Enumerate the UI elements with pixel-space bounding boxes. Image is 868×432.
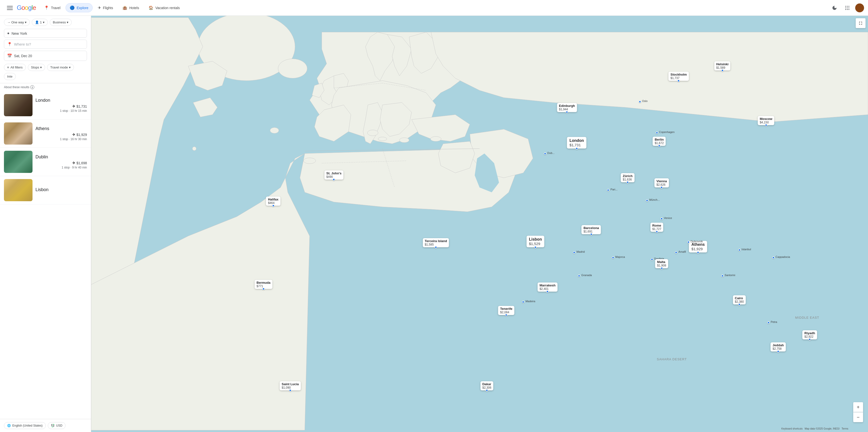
nav-tab-explore[interactable]: 🔵 Explore bbox=[65, 3, 92, 12]
map-dot-label-dublin: Dub... bbox=[547, 152, 554, 154]
zoom-out-button[interactable]: − bbox=[853, 412, 863, 422]
dark-mode-button[interactable] bbox=[830, 3, 839, 13]
map-label-london[interactable]: London$1,731 bbox=[567, 137, 586, 149]
map-label-city-st_johns: St. John's bbox=[327, 172, 342, 175]
map-label-price-zurich: $1,636 bbox=[623, 178, 632, 181]
class-button[interactable]: Business ▾ bbox=[50, 19, 72, 26]
map-label-rome[interactable]: Rome$1,727 bbox=[650, 223, 663, 232]
map-dot-venice[interactable]: Venice bbox=[660, 217, 663, 220]
map-label-stockholm[interactable]: Stockholm$1,737 bbox=[669, 72, 689, 81]
map-dot-petra[interactable]: Petra bbox=[767, 321, 770, 324]
nav-tab-travel[interactable]: 📍 Travel bbox=[40, 3, 65, 12]
map-label-helsinki[interactable]: Helsinki$1,589 bbox=[714, 61, 731, 70]
left-footer: 🌐 English (United States) 💱 USD bbox=[0, 419, 91, 432]
map-label-vienna[interactable]: Vienna$2,626 bbox=[654, 178, 669, 187]
map-label-terceira[interactable]: Terceira Island$1,585 bbox=[423, 238, 449, 247]
explore-icon: 🔵 bbox=[70, 5, 74, 10]
map-label-city-zurich: Zürich bbox=[623, 174, 632, 178]
map-label-dot-barcelona bbox=[590, 233, 592, 236]
to-location-icon: 📍 bbox=[7, 42, 12, 47]
nav-tab-vacation[interactable]: 🏠 Vacation rentals bbox=[144, 3, 184, 12]
map-label-riyadh[interactable]: Riyadh$2,922 bbox=[803, 330, 817, 339]
travel-mode-button[interactable]: Travel mode ▾ bbox=[47, 64, 74, 71]
map-label-cairo[interactable]: Cairo$2,380 bbox=[733, 295, 746, 304]
map-label-st_johns[interactable]: St. John's$490 bbox=[324, 171, 344, 180]
map-dot-dubrovnik[interactable]: Dubrovnik bbox=[687, 241, 690, 243]
stops-button[interactable]: Stops ▾ bbox=[28, 64, 45, 71]
nav-tab-flights[interactable]: ✈ Flights bbox=[94, 3, 117, 12]
map-area[interactable]: Helsinki$1,589Stockholm$1,737OsloEdinbur… bbox=[91, 16, 868, 432]
map-label-jeddah[interactable]: Jeddah$2,758 bbox=[771, 342, 786, 351]
language-button[interactable]: 🌐 English (United States) bbox=[4, 422, 46, 429]
map-label-city-riyadh: Riyadh bbox=[804, 331, 815, 335]
map-dot-santorini[interactable]: Santorini bbox=[721, 275, 724, 277]
map-dot-granada[interactable]: Granada bbox=[578, 275, 580, 277]
map-label-berlin[interactable]: Berlin$1,672 bbox=[653, 137, 666, 146]
fullscreen-button[interactable] bbox=[856, 18, 866, 28]
map-dot-madeira[interactable]: Madeira bbox=[522, 301, 524, 303]
passengers-button[interactable]: 👤 1 ▾ bbox=[32, 19, 48, 26]
nav-tab-hotels[interactable]: 🏨 Hotels bbox=[118, 3, 143, 12]
to-input-row[interactable]: 📍 Where to? bbox=[4, 40, 87, 49]
map-label-barcelona[interactable]: Barcelona$1,691 bbox=[582, 225, 601, 234]
currency-label: USD bbox=[56, 424, 62, 427]
map-dot-oslo[interactable]: Oslo bbox=[639, 100, 641, 103]
avatar[interactable] bbox=[855, 3, 864, 12]
map-dot-copenhagen[interactable]: Copenhagen bbox=[656, 131, 658, 134]
map-dot-istanbul[interactable]: Istanbul bbox=[738, 249, 741, 251]
dark-mode-icon bbox=[832, 5, 837, 10]
trip-type-button[interactable]: → One way ▾ bbox=[4, 19, 30, 26]
result-info-athens: Athens ✈ $1,929 1 stop · 16 hr 30 min bbox=[35, 126, 87, 141]
all-filters-button[interactable]: ≡ All filters bbox=[4, 64, 26, 71]
info-circle-icon: ℹ bbox=[30, 85, 34, 89]
svg-point-15 bbox=[270, 128, 279, 133]
map-label-city-terceira: Terceira Island bbox=[425, 239, 447, 243]
result-item-athens[interactable]: Athens ✈ $1,929 1 stop · 16 hr 30 min bbox=[0, 119, 91, 148]
map-dot-munich[interactable]: Münch... bbox=[646, 199, 648, 202]
map-dot-sardinia[interactable]: Sardinia bbox=[651, 258, 653, 260]
map-label-halifax[interactable]: Halifax$464 bbox=[266, 196, 281, 206]
map-label-city-barcelona: Barcelona bbox=[584, 226, 599, 230]
map-label-dot-moscow bbox=[765, 124, 767, 126]
svg-rect-0 bbox=[7, 6, 13, 7]
svg-point-19 bbox=[400, 138, 409, 143]
map-dot-paris[interactable]: Pari... bbox=[607, 189, 609, 191]
map-label-edinburgh[interactable]: Edinburgh$1,944 bbox=[557, 103, 577, 112]
map-label-moscow[interactable]: Moscow$4,150 bbox=[758, 116, 774, 125]
map-label-lisbon[interactable]: Lisbon$1,529 bbox=[526, 236, 544, 247]
flight-icon-london: ✈ bbox=[72, 104, 75, 109]
map-label-zurich[interactable]: Zürich$1,636 bbox=[621, 173, 634, 182]
map-label-price-helsinki: $1,589 bbox=[716, 66, 728, 69]
map-label-dakar[interactable]: Dakar$2,306 bbox=[480, 381, 493, 390]
nav-tab-explore-label: Explore bbox=[76, 6, 88, 10]
result-item-dublin[interactable]: Dublin ✈ $1,698 1 stop · 9 hr 40 min bbox=[0, 148, 91, 176]
map-label-price-dakar: $2,306 bbox=[482, 386, 491, 390]
map-dot-amalfi[interactable]: Amalfi bbox=[675, 251, 677, 254]
passengers-chevron-icon: ▾ bbox=[43, 21, 44, 24]
menu-icon[interactable] bbox=[4, 2, 16, 14]
result-item-london[interactable]: London ✈ $1,731 1 stop · 10 hr 15 min bbox=[0, 91, 91, 119]
map-label-tenerife[interactable]: Tenerife$2,084 bbox=[498, 306, 515, 315]
map-label-bermuda[interactable]: Bermuda$771 bbox=[255, 280, 272, 289]
map-dot-cappadocia[interactable]: Cappadocia bbox=[772, 256, 775, 259]
apps-button[interactable] bbox=[842, 3, 852, 13]
from-value: New York bbox=[11, 31, 84, 35]
map-label-city-edinburgh: Edinburgh bbox=[559, 104, 575, 107]
result-item-lisbon[interactable]: Lisbon bbox=[0, 176, 91, 205]
more-filters-button[interactable]: Inte bbox=[4, 73, 16, 80]
svg-point-5 bbox=[848, 6, 849, 7]
map-label-marrakesh[interactable]: Marrakesh$2,401 bbox=[537, 282, 557, 291]
date-row[interactable]: 📅 Sat, Dec 20 bbox=[4, 51, 87, 61]
currency-button[interactable]: 💱 USD bbox=[48, 422, 65, 429]
svg-point-14 bbox=[278, 59, 307, 78]
map-label-dot-edinburgh bbox=[566, 111, 568, 113]
map-dot-madrid[interactable]: Madrid bbox=[573, 251, 576, 254]
map-label-price-malta: $1,908 bbox=[657, 264, 666, 267]
zoom-in-button[interactable]: + bbox=[853, 402, 863, 412]
map-dot-majorca[interactable]: Majorca bbox=[612, 256, 614, 259]
map-label-saint_lucia[interactable]: Saint Lucia$1,090 bbox=[280, 381, 301, 390]
map-dot-dublin[interactable]: Dub... bbox=[544, 152, 546, 155]
map-label-malta[interactable]: Malta$1,908 bbox=[655, 259, 668, 268]
from-input-row[interactable]: ● New York bbox=[4, 29, 87, 38]
map-label-dot-malta bbox=[660, 267, 663, 270]
